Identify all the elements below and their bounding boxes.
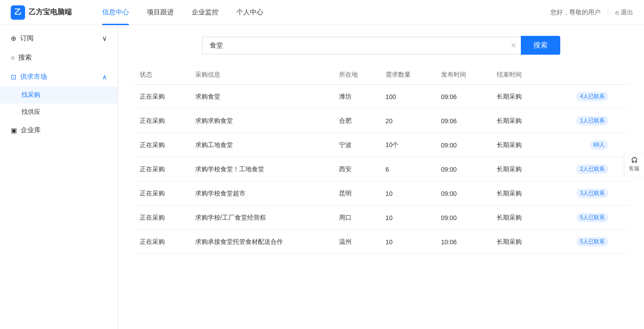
- search-sidebar-label: 搜索: [18, 53, 32, 62]
- header-divider: [608, 8, 608, 17]
- cell-status[interactable]: 正在采购: [133, 85, 188, 109]
- cell-end-time: 长期采购: [489, 109, 545, 133]
- col-header-publish-time: 发布时间: [434, 65, 489, 85]
- user-greeting: 您好，尊敬的用户: [550, 9, 601, 17]
- cell-end-time: 长期采购: [489, 133, 545, 157]
- cell-location: 西安: [332, 157, 378, 182]
- search-button[interactable]: 搜索: [521, 36, 560, 55]
- subscribe-label: 订阅: [20, 34, 34, 43]
- header-right: 您好，尊敬的用户 ⎋ 退出: [550, 8, 633, 17]
- table-body: 正在采购求购食堂潍坊10009:06长期采购4人已联系正在采购求购求购食堂合肥2…: [133, 85, 630, 254]
- nav-menu: 信息中心 项目跟进 企业监控 个人中心: [93, 0, 550, 25]
- cell-info: 求购学校食堂超市: [188, 182, 332, 206]
- logo-area: 乙 乙方宝电脑端: [11, 5, 72, 20]
- cell-contacts: 1人已联系: [545, 109, 630, 133]
- logout-button[interactable]: ⎋ 退出: [615, 9, 633, 17]
- cell-status[interactable]: 正在采购: [133, 206, 188, 230]
- table-row[interactable]: 正在采购求购求购食堂合肥2009:06长期采购1人已联系: [133, 109, 630, 133]
- cell-status[interactable]: 正在采购: [133, 182, 188, 206]
- cell-end-time: 长期采购: [489, 157, 545, 182]
- nav-item-personal-center[interactable]: 个人中心: [228, 0, 272, 25]
- cell-quantity: 10: [378, 182, 434, 206]
- sidebar-sub-item-find-supply[interactable]: 找供应: [0, 104, 118, 121]
- cell-location: 昆明: [332, 182, 378, 206]
- cell-contacts: 3人已联系: [545, 182, 630, 206]
- enterprise-db-icon: ▣: [11, 126, 17, 134]
- cell-status[interactable]: 正在采购: [133, 109, 188, 133]
- contact-badge: 1人已联系: [576, 116, 608, 126]
- logo-icon: 乙: [11, 5, 25, 20]
- table-row[interactable]: 正在采购求购工地食堂宁波10个09:00长期采购69人: [133, 133, 630, 157]
- nav-item-info-center[interactable]: 信息中心: [93, 0, 138, 25]
- sidebar-sub-item-find-purchase[interactable]: 找采购: [0, 87, 118, 104]
- cell-publish-time: 09:00: [434, 157, 489, 182]
- col-header-quantity: 需求数量: [378, 65, 434, 85]
- sidebar-item-search[interactable]: ○ 搜索: [0, 48, 118, 67]
- customer-service-button[interactable]: 🎧 客服: [624, 153, 644, 177]
- cell-contacts: 5人已联系: [545, 230, 630, 254]
- enterprise-db-label: 企业库: [21, 126, 41, 134]
- col-header-status: 状态: [133, 65, 188, 85]
- logo-text: 乙方宝电脑端: [29, 8, 72, 17]
- cell-location: 合肥: [332, 109, 378, 133]
- cell-location: 周口: [332, 206, 378, 230]
- cell-publish-time: 09:06: [434, 85, 489, 109]
- cell-info: 求购承接食堂托管食材配送合作: [188, 230, 332, 254]
- cell-status[interactable]: 正在采购: [133, 157, 188, 182]
- col-header-location: 所在地: [332, 65, 378, 85]
- cell-status[interactable]: 正在采购: [133, 230, 188, 254]
- cell-location: 温州: [332, 230, 378, 254]
- logout-icon: ⎋: [615, 9, 619, 16]
- cell-info: 求购学校/工厂食堂经营权: [188, 206, 332, 230]
- table-row[interactable]: 正在采购求购承接食堂托管食材配送合作温州1010:06长期采购5人已联系: [133, 230, 630, 254]
- subscribe-icon: ⊕: [11, 35, 17, 43]
- cell-info: 求购学校食堂！工地食堂: [188, 157, 332, 182]
- table-row[interactable]: 正在采购求购食堂潍坊10009:06长期采购4人已联系: [133, 85, 630, 109]
- cell-publish-time: 09:00: [434, 182, 489, 206]
- logout-label: 退出: [621, 9, 633, 17]
- contact-badge: 5人已联系: [576, 237, 608, 247]
- cell-quantity: 10: [378, 230, 434, 254]
- contact-badge: 4人已联系: [576, 92, 608, 101]
- contact-badge: 69人: [590, 140, 608, 150]
- nav-item-enterprise-monitor[interactable]: 企业监控: [183, 0, 228, 25]
- cell-contacts: 4人已联系: [545, 85, 630, 109]
- table-row[interactable]: 正在采购求购学校/工厂食堂经营权周口1009:00长期采购5人已联系: [133, 206, 630, 230]
- clear-icon[interactable]: ✕: [511, 41, 516, 50]
- supply-market-icon: ⊡: [11, 73, 17, 81]
- table-row[interactable]: 正在采购求购学校食堂超市昆明1009:00长期采购3人已联系: [133, 182, 630, 206]
- search-input-wrap: ✕: [202, 37, 521, 54]
- cell-contacts: 2人已联系: [545, 157, 630, 182]
- results-table: 状态 采购信息 所在地 需求数量 发布时间 结束时间 正在采购求购食堂潍坊100…: [133, 65, 630, 254]
- cell-quantity: 100: [378, 85, 434, 109]
- col-header-info: 采购信息: [188, 65, 332, 85]
- right-float-buttons: 🎧 客服: [624, 153, 644, 177]
- col-header-end-time: 结束时间: [489, 65, 545, 85]
- sidebar: ⊕ 订阅 ∨ ○ 搜索 ⊡ 供求市场 ∧ 找采购 找供应 ▣: [0, 25, 118, 329]
- cell-end-time: 长期采购: [489, 230, 545, 254]
- header: 乙 乙方宝电脑端 信息中心 项目跟进 企业监控 个人中心 您好，尊敬的用户 ⎋ …: [0, 0, 644, 25]
- cell-end-time: 长期采购: [489, 182, 545, 206]
- subscribe-arrow: ∨: [102, 35, 107, 43]
- sidebar-item-supply-market[interactable]: ⊡ 供求市场 ∧: [0, 67, 118, 87]
- sidebar-item-enterprise-db[interactable]: ▣ 企业库: [0, 121, 118, 140]
- sidebar-item-subscribe[interactable]: ⊕ 订阅 ∨: [0, 29, 118, 48]
- nav-item-project[interactable]: 项目跟进: [138, 0, 183, 25]
- cell-end-time: 长期采购: [489, 206, 545, 230]
- main-content: ✕ 搜索 状态 采购信息 所在地 需求数量 发布时间 结束时间 正在采购求购食堂…: [118, 25, 644, 329]
- supply-market-label: 供求市场: [20, 73, 47, 81]
- supply-market-arrow: ∧: [102, 73, 107, 81]
- cell-contacts: 5人已联系: [545, 206, 630, 230]
- cell-quantity: 10: [378, 206, 434, 230]
- cell-quantity: 6: [378, 157, 434, 182]
- search-input[interactable]: [202, 37, 521, 54]
- cell-info: 求购工地食堂: [188, 133, 332, 157]
- cell-location: 宁波: [332, 133, 378, 157]
- contact-badge: 2人已联系: [576, 164, 608, 174]
- cell-publish-time: 09:06: [434, 109, 489, 133]
- table-row[interactable]: 正在采购求购学校食堂！工地食堂西安609:00长期采购2人已联系: [133, 157, 630, 182]
- search-sidebar-icon: ○: [11, 54, 15, 61]
- customer-service-label: 客服: [629, 165, 640, 173]
- cell-info: 求购求购食堂: [188, 109, 332, 133]
- cell-status[interactable]: 正在采购: [133, 133, 188, 157]
